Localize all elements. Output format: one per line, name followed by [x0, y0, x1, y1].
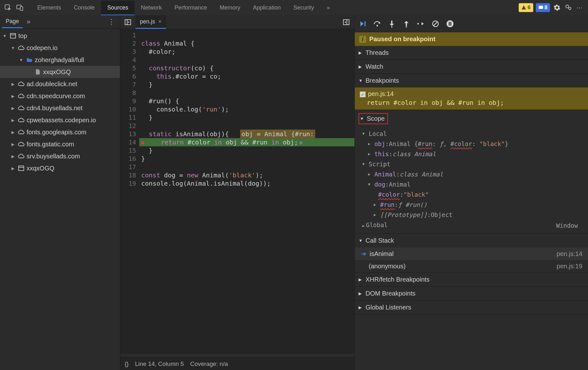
tab-security[interactable]: Security — [287, 1, 320, 15]
chevron-icon: ▶ — [10, 130, 16, 135]
scope-script-label[interactable]: Script — [369, 159, 391, 169]
current-frame-icon: ➔ — [361, 250, 366, 258]
tab-elements[interactable]: Elements — [31, 1, 67, 15]
cloud-icon — [18, 44, 25, 51]
frame-icon — [9, 32, 16, 39]
tree-item[interactable]: ▼zoherghadyali/full — [0, 54, 120, 66]
svg-rect-24 — [449, 22, 450, 26]
section-scope[interactable]: ▼Scope — [355, 110, 588, 127]
scope-var-this[interactable]: ▶this: class Animal — [362, 149, 584, 159]
tree-item[interactable]: ▶srv.buysellads.com — [0, 150, 120, 162]
frame-fn: isAnimal — [370, 250, 394, 258]
scope-dog-color[interactable]: #color: "black" — [362, 189, 584, 200]
scope-local-label[interactable]: Local — [369, 129, 387, 139]
file-tab-penjs[interactable]: pen.js × — [135, 15, 166, 29]
step-icon[interactable] — [417, 20, 425, 28]
debugger-toolbar — [355, 15, 588, 32]
cloud-icon — [18, 105, 25, 112]
section-xhr[interactable]: ▶XHR/fetch Breakpoints — [355, 273, 588, 286]
tab-memory[interactable]: Memory — [213, 1, 247, 15]
tree-item[interactable]: ▶cpwebassets.codepen.io — [0, 114, 120, 126]
tree-item[interactable]: ▼codepen.io — [0, 42, 120, 54]
svg-point-4 — [566, 5, 569, 8]
tree-label: cdn4.buysellads.net — [27, 105, 83, 112]
deactivate-breakpoints-icon[interactable] — [431, 20, 440, 28]
pause-on-exceptions-icon[interactable] — [446, 20, 454, 28]
pause-message: Paused on breakpoint — [369, 35, 435, 43]
chevron-icon: ▶ — [10, 94, 16, 99]
navigator-tab-page[interactable]: Page — [2, 16, 23, 28]
tab-console[interactable]: Console — [67, 1, 101, 15]
section-watch[interactable]: ▶Watch — [355, 60, 588, 73]
callstack-frame[interactable]: ➔isAnimalpen.js:14 — [355, 247, 588, 260]
step-out-icon[interactable] — [402, 20, 410, 28]
svg-rect-18 — [406, 23, 407, 26]
navigator-menu-icon[interactable]: ⋮ — [105, 18, 118, 26]
tree-item[interactable]: ▶ad.doubleclick.net — [0, 78, 120, 90]
cloud-icon — [18, 129, 25, 136]
chevron-icon: ▶ — [10, 118, 16, 123]
scope-var-obj[interactable]: ▶obj: Animal {#run: ƒ, #color: "black"} — [362, 139, 584, 149]
tree-item[interactable]: ▶xxqxOGQ — [0, 162, 120, 174]
svg-point-23 — [447, 20, 454, 27]
settings-gear-icon[interactable] — [553, 4, 561, 11]
tree-label: fonts.gstatic.com — [27, 141, 74, 148]
tab-sources[interactable]: Sources — [101, 1, 134, 16]
tab-more[interactable]: » — [320, 1, 336, 15]
scope-global[interactable]: ▶GlobalWindow — [362, 220, 584, 231]
tab-application[interactable]: Application — [247, 1, 287, 15]
inspect-element-icon[interactable] — [3, 2, 13, 13]
section-breakpoints[interactable]: ▼Breakpoints — [355, 74, 588, 87]
tree-label: top — [18, 32, 27, 40]
breakpoint-item[interactable]: ✓pen.js:14 return #color in obj && #run … — [355, 87, 588, 110]
toggle-debugger-icon[interactable] — [341, 16, 352, 28]
tree-item[interactable]: ▶fonts.gstatic.com — [0, 138, 120, 150]
svg-rect-14 — [365, 21, 366, 26]
tree-item[interactable]: ▶cdn.speedcurve.com — [0, 90, 120, 102]
tree-label: srv.buysellads.com — [27, 153, 80, 160]
tab-network[interactable]: Network — [134, 1, 168, 15]
frame-loc: pen.js:19 — [557, 263, 582, 270]
section-global-listeners[interactable]: ▶Global Listeners — [355, 301, 588, 314]
frame-loc: pen.js:14 — [557, 250, 582, 258]
section-threads[interactable]: ▶Threads — [355, 46, 588, 60]
tab-performance[interactable]: Performance — [168, 1, 213, 15]
tree-label: fonts.googleapis.com — [27, 129, 86, 136]
customize-icon[interactable] — [565, 4, 572, 11]
checkbox-icon[interactable]: ✓ — [360, 92, 366, 97]
section-dom[interactable]: ▶DOM Breakpoints — [355, 287, 588, 300]
tree-item[interactable]: xxqxOGQ — [0, 66, 120, 78]
warnings-badge[interactable]: 6 — [519, 3, 533, 12]
scope-var-dog[interactable]: ▼dog: Animal — [362, 179, 584, 189]
chevron-icon: ▶ — [10, 166, 16, 171]
breakpoint-label: pen.js:14 — [368, 90, 394, 97]
svg-line-22 — [433, 22, 438, 26]
navigator-tab-more[interactable]: » — [24, 18, 33, 26]
coverage-status: Coverage: n/a — [190, 360, 228, 367]
chevron-icon: ▶ — [10, 154, 16, 159]
section-callstack[interactable]: ▼Call Stack — [355, 234, 588, 247]
cloud-icon — [18, 92, 25, 99]
svg-point-17 — [391, 26, 392, 28]
messages-badge[interactable]: 8 — [536, 3, 550, 12]
toggle-navigator-icon[interactable] — [122, 16, 134, 28]
scope-var-animal[interactable]: ▶Animal: class Animal — [362, 169, 584, 179]
breakpoint-snippet: return #color in obj && #run in obj; — [367, 99, 584, 106]
more-menu-icon[interactable]: ⋯ — [576, 4, 584, 11]
resume-button-icon[interactable] — [359, 20, 367, 28]
scope-dog-proto[interactable]: ▶[[Prototype]]: Object — [362, 210, 584, 220]
callstack-frame[interactable]: (anonymous)pen.js:19 — [355, 260, 588, 272]
device-toggle-icon[interactable] — [15, 2, 25, 13]
step-over-icon[interactable] — [373, 20, 381, 28]
code-area[interactable]: class Animal { #color; constructor(co) {… — [139, 29, 354, 353]
tree-item[interactable]: ▼top — [0, 30, 120, 42]
scope-dog-run[interactable]: ▶#run: ƒ #run() — [362, 200, 584, 210]
file-tab-label: pen.js — [140, 18, 155, 25]
close-icon[interactable]: × — [158, 18, 162, 25]
tree-item[interactable]: ▶cdn4.buysellads.net — [0, 102, 120, 114]
tree-item[interactable]: ▶fonts.googleapis.com — [0, 126, 120, 138]
step-into-icon[interactable] — [388, 20, 396, 28]
brackets-icon[interactable]: {} — [125, 360, 129, 367]
folder-icon — [26, 56, 33, 63]
line-gutter[interactable]: 12345678910111213141516171819 — [120, 29, 139, 353]
